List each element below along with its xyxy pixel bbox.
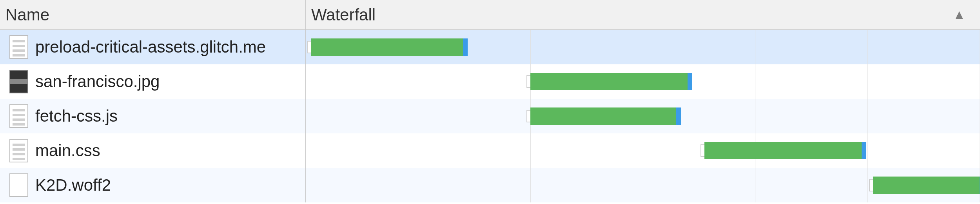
download-segment	[530, 107, 676, 125]
network-table: Name Waterfall ▲ preload-critical-assets…	[0, 0, 980, 204]
waterfall-cell[interactable]	[306, 64, 980, 99]
download-segment	[530, 73, 688, 90]
waterfall-cell[interactable]	[306, 99, 980, 133]
download-segment	[311, 38, 463, 56]
download-segment	[873, 177, 980, 194]
timing-bar[interactable]	[530, 107, 676, 125]
sort-ascending-icon: ▲	[953, 7, 966, 22]
column-header-waterfall-label: Waterfall	[311, 5, 376, 24]
content-download-tail	[862, 142, 866, 159]
request-name: main.css	[35, 141, 100, 160]
name-cell: san-francisco.jpg	[0, 64, 306, 99]
table-row[interactable]: preload-critical-assets.glitch.me	[0, 30, 980, 64]
table-body: preload-critical-assets.glitch.mesan-fra…	[0, 30, 980, 202]
request-name: preload-critical-assets.glitch.me	[35, 38, 266, 56]
content-download-tail	[688, 73, 692, 90]
name-cell: main.css	[0, 133, 306, 168]
queued-marker	[307, 41, 311, 53]
column-header-waterfall[interactable]: Waterfall ▲	[306, 0, 980, 29]
waterfall-cell[interactable]	[306, 168, 980, 202]
name-cell: preload-critical-assets.glitch.me	[0, 30, 306, 64]
request-name: san-francisco.jpg	[35, 72, 160, 91]
timing-bar[interactable]	[704, 142, 862, 159]
request-name: fetch-css.js	[35, 107, 118, 126]
name-cell: fetch-css.js	[0, 99, 306, 133]
font-file-icon	[9, 173, 28, 197]
queued-marker	[701, 144, 704, 157]
timing-bar[interactable]	[311, 38, 463, 56]
column-header-name[interactable]: Name	[0, 0, 306, 29]
table-header: Name Waterfall ▲	[0, 0, 980, 30]
content-download-tail	[463, 38, 468, 56]
column-header-name-label: Name	[5, 5, 49, 24]
document-file-icon	[9, 139, 28, 162]
image-file-icon	[9, 70, 28, 93]
table-row[interactable]: fetch-css.js	[0, 99, 980, 133]
timing-bar[interactable]	[530, 73, 688, 90]
document-file-icon	[9, 35, 28, 59]
request-name: K2D.woff2	[35, 176, 111, 195]
document-file-icon	[9, 104, 28, 128]
waterfall-cell[interactable]	[306, 133, 980, 168]
waterfall-cell[interactable]	[306, 30, 980, 64]
table-row[interactable]: san-francisco.jpg	[0, 64, 980, 99]
table-row[interactable]: main.css	[0, 133, 980, 168]
queued-marker	[526, 75, 530, 88]
queued-marker	[526, 110, 530, 122]
timing-bar[interactable]	[873, 177, 980, 194]
content-download-tail	[676, 107, 681, 125]
name-cell: K2D.woff2	[0, 168, 306, 202]
table-row[interactable]: K2D.woff2	[0, 168, 980, 202]
queued-marker	[869, 179, 873, 191]
download-segment	[704, 142, 862, 159]
